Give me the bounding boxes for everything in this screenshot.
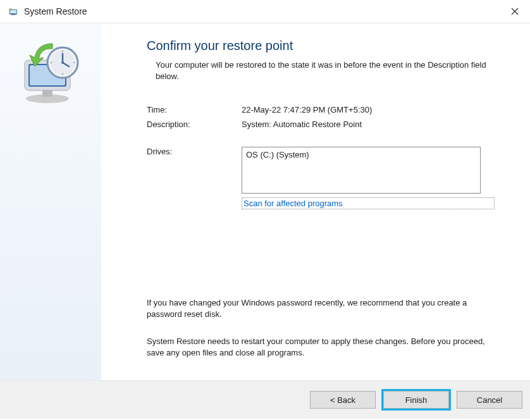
system-restore-graphic-icon <box>16 39 85 108</box>
drives-row: Drives: OS (C:) (System) <box>147 147 495 194</box>
description-row: Description: System: Automatic Restore P… <box>147 120 495 129</box>
close-icon <box>511 8 519 15</box>
window-title: System Restore <box>24 6 87 16</box>
footer-button-bar: < Back Finish Cancel <box>0 381 530 419</box>
warning-block: If you have changed your Windows passwor… <box>147 297 495 364</box>
svg-point-16 <box>73 62 75 63</box>
time-row: Time: 22-May-22 7:47:29 PM (GMT+5:30) <box>147 105 495 114</box>
description-label: Description: <box>147 120 242 129</box>
back-button[interactable]: < Back <box>310 391 376 409</box>
drives-listbox[interactable]: OS (C:) (System) <box>242 147 481 194</box>
content-panel: Confirm your restore point Your computer… <box>101 23 530 380</box>
svg-point-18 <box>51 62 52 63</box>
svg-rect-1 <box>10 10 16 13</box>
restart-warning-text: System Restore needs to restart your com… <box>147 336 495 359</box>
drives-item: OS (C:) (System) <box>246 150 309 159</box>
close-button[interactable] <box>505 4 525 19</box>
cancel-button[interactable]: Cancel <box>457 391 522 409</box>
dialog-body: Confirm your restore point Your computer… <box>0 23 530 381</box>
scan-affected-programs-link[interactable]: Scan for affected programs <box>242 197 495 209</box>
page-subtext: Your computer will be restored to the st… <box>156 59 495 82</box>
titlebar: System Restore <box>0 0 530 23</box>
time-label: Time: <box>147 105 242 114</box>
time-value: 22-May-22 7:47:29 PM (GMT+5:30) <box>242 105 372 114</box>
finish-button[interactable]: Finish <box>383 391 449 409</box>
description-value: System: Automatic Restore Point <box>242 120 362 129</box>
password-warning-text: If you have changed your Windows passwor… <box>147 297 495 320</box>
svg-point-14 <box>61 61 64 64</box>
drives-label: Drives: <box>147 147 242 194</box>
svg-rect-2 <box>11 15 15 15</box>
svg-point-17 <box>62 73 63 75</box>
svg-point-15 <box>62 51 63 52</box>
sidebar <box>0 23 101 380</box>
page-heading: Confirm your restore point <box>147 39 495 53</box>
system-restore-app-icon <box>8 6 19 17</box>
